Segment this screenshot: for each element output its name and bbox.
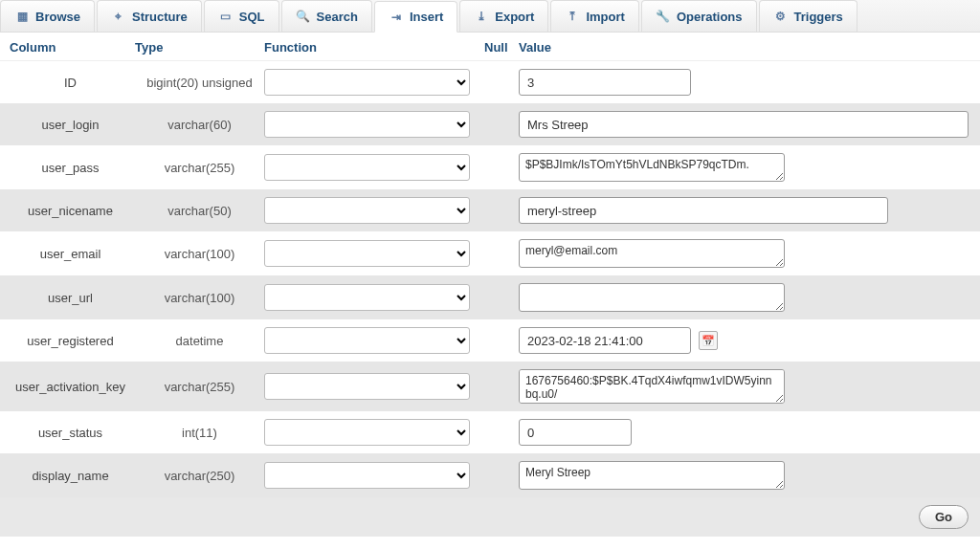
row-id: ID bigint(20) unsigned — [0, 61, 980, 103]
col-name: user_pass — [6, 161, 135, 175]
header-type[interactable]: Type — [135, 40, 264, 55]
col-name: user_email — [6, 247, 135, 261]
calendar-icon[interactable]: 📅 — [699, 331, 718, 350]
footer-bar: Go — [0, 497, 980, 537]
function-select-user-email[interactable] — [264, 240, 470, 267]
value-input-user-nicename[interactable] — [519, 197, 888, 224]
operations-icon: 🔧 — [656, 9, 671, 24]
function-select-user-status[interactable] — [264, 419, 470, 446]
tab-label: SQL — [239, 10, 265, 24]
header-column[interactable]: Column — [6, 40, 135, 55]
tab-operations[interactable]: 🔧 Operations — [641, 0, 757, 32]
tab-label: Import — [586, 10, 624, 24]
tab-search[interactable]: 🔍 Search — [281, 0, 372, 32]
search-icon: 🔍 — [296, 9, 311, 24]
header-null[interactable]: Null — [484, 40, 519, 55]
tab-triggers[interactable]: ⚙ Triggers — [759, 0, 858, 32]
col-type: varchar(100) — [135, 247, 264, 261]
col-name: display_name — [6, 469, 135, 483]
col-type: datetime — [135, 334, 264, 348]
row-user-url: user_url varchar(100) — [0, 275, 980, 319]
col-type: varchar(60) — [135, 118, 264, 132]
col-type: varchar(100) — [135, 291, 264, 305]
triggers-icon: ⚙ — [773, 9, 789, 24]
col-name: user_login — [6, 118, 135, 132]
tab-structure[interactable]: ⌖ Structure — [97, 0, 202, 32]
col-type: varchar(250) — [135, 469, 264, 483]
col-name: ID — [6, 76, 135, 90]
header-function[interactable]: Function — [264, 40, 484, 55]
value-input-user-url[interactable] — [519, 283, 785, 312]
col-name: user_registered — [6, 334, 135, 348]
value-input-user-email[interactable] — [519, 239, 785, 268]
go-button[interactable]: Go — [919, 505, 969, 529]
value-input-user-login[interactable] — [519, 111, 969, 138]
row-user-registered: user_registered datetime 📅 — [0, 319, 980, 362]
function-select-user-login[interactable] — [264, 111, 470, 138]
col-type: bigint(20) unsigned — [135, 76, 264, 90]
tab-label: Structure — [132, 10, 188, 24]
value-input-user-registered[interactable] — [519, 327, 691, 354]
tab-label: Operations — [677, 10, 743, 24]
row-user-pass: user_pass varchar(255) — [0, 145, 980, 189]
row-user-nicename: user_nicename varchar(50) — [0, 189, 980, 231]
row-display-name: display_name varchar(250) — [0, 453, 980, 497]
structure-icon: ⌖ — [111, 9, 126, 24]
tabs-bar: ▦ Browse ⌖ Structure ▭ SQL 🔍 Search ⇥ In… — [0, 0, 980, 33]
col-type: varchar(255) — [135, 161, 264, 175]
row-user-email: user_email varchar(100) — [0, 231, 980, 275]
tab-sql[interactable]: ▭ SQL — [204, 0, 279, 32]
tab-insert[interactable]: ⇥ Insert — [374, 1, 457, 33]
row-user-login: user_login varchar(60) — [0, 103, 980, 145]
value-input-id[interactable] — [519, 69, 691, 96]
value-input-user-status[interactable] — [519, 419, 632, 446]
value-input-user-pass[interactable] — [519, 153, 785, 182]
col-name: user_url — [6, 291, 135, 305]
tab-label: Insert — [410, 10, 443, 24]
function-select-id[interactable] — [264, 69, 470, 96]
function-select-user-pass[interactable] — [264, 154, 470, 181]
function-select-user-nicename[interactable] — [264, 197, 470, 224]
col-type: int(11) — [135, 426, 264, 440]
sql-icon: ▭ — [218, 9, 234, 24]
function-select-user-activation-key[interactable] — [264, 373, 470, 400]
insert-icon: ⇥ — [389, 10, 404, 25]
function-select-user-registered[interactable] — [264, 327, 470, 354]
tab-label: Triggers — [794, 10, 843, 24]
value-input-display-name[interactable] — [519, 461, 785, 490]
col-type: varchar(255) — [135, 380, 264, 394]
function-select-display-name[interactable] — [264, 462, 470, 489]
value-input-user-activation-key[interactable] — [519, 369, 785, 404]
tab-import[interactable]: ⤒ Import — [550, 0, 638, 32]
export-icon: ⤓ — [474, 9, 489, 24]
col-type: varchar(50) — [135, 204, 264, 218]
tab-label: Export — [495, 10, 534, 24]
header-value[interactable]: Value — [519, 40, 974, 55]
tab-label: Search — [317, 10, 358, 24]
import-icon: ⤒ — [565, 9, 580, 24]
browse-icon: ▦ — [14, 9, 30, 24]
col-name: user_activation_key — [6, 380, 135, 394]
function-select-user-url[interactable] — [264, 284, 470, 311]
col-name: user_nicename — [6, 204, 135, 218]
tab-label: Browse — [35, 10, 80, 24]
row-user-activation-key: user_activation_key varchar(255) — [0, 362, 980, 411]
tab-browse[interactable]: ▦ Browse — [0, 0, 95, 32]
column-headers: Column Type Function Null Value — [0, 33, 980, 61]
col-name: user_status — [6, 426, 135, 440]
tab-export[interactable]: ⤓ Export — [459, 0, 548, 32]
row-user-status: user_status int(11) — [0, 411, 980, 453]
